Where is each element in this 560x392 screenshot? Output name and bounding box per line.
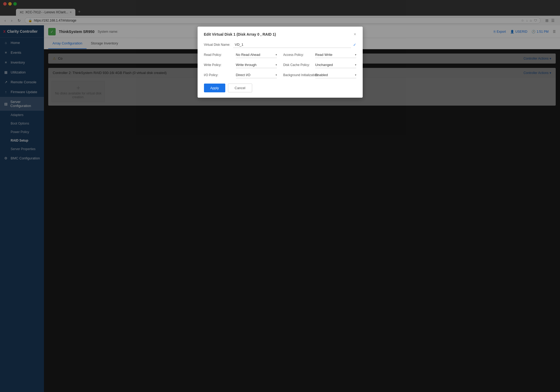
page-body: ⚠ Co Controller Actions ▾ Controller 2: … [44,49,560,392]
access-policy-label: Access Policy: [283,53,313,57]
access-policy-select[interactable]: Read Write ▾ [315,52,356,58]
access-policy-row: Access Policy: Read Write ▾ [283,52,356,58]
background-init-label: Background Initialization: [283,73,313,77]
virtual-disk-name-row: Virtual Disk Name: ✓ [204,42,356,48]
virtual-disk-name-input[interactable] [233,42,351,48]
modal-actions: Apply Cancel [204,84,356,92]
main-content: ✓ ThinkSystem SR950 System name: ⎘ Expor… [44,25,560,392]
disk-cache-policy-value: Unchanged [315,63,333,67]
disk-cache-policy-row: Disk Cache Policy: Unchanged ▾ [283,62,356,68]
write-policy-row: Write Policy: Write through ▾ [204,62,277,68]
cancel-button[interactable]: Cancel [228,84,252,92]
background-init-select[interactable]: Enabled ▾ [315,72,356,78]
read-policy-dropdown-icon: ▾ [276,53,277,56]
access-policy-dropdown-icon: ▾ [355,53,356,56]
background-init-row: Background Initialization: Enabled ▾ [283,72,356,78]
write-policy-select[interactable]: Write through ▾ [236,62,277,68]
io-policy-row: I/O Policy: Direct I/O ▾ [204,72,277,78]
modal-title: Edit Virtual Disk 1 (Disk Array 0 , RAID… [204,32,354,36]
read-policy-label: Read Policy: [204,53,233,57]
modal-form: Read Policy: No Read Ahead ▾ Write Polic… [204,52,356,78]
virtual-disk-name-label: Virtual Disk Name: [204,43,233,47]
disk-cache-policy-dropdown-icon: ▾ [355,63,356,66]
disk-cache-policy-label: Disk Cache Policy: [283,63,313,67]
read-policy-value: No Read Ahead [236,53,260,57]
modal-overlay: Edit Virtual Disk 1 (Disk Array 0 , RAID… [44,25,560,392]
write-policy-label: Write Policy: [204,63,233,67]
io-policy-dropdown-icon: ▾ [276,73,277,76]
background-init-dropdown-icon: ▾ [355,73,356,76]
edit-virtual-disk-modal: Edit Virtual Disk 1 (Disk Array 0 , RAID… [198,27,363,98]
write-policy-dropdown-icon: ▾ [276,63,277,66]
access-policy-value: Read Write [315,53,333,57]
modal-header: Edit Virtual Disk 1 (Disk Array 0 , RAID… [204,32,356,37]
modal-left-column: Read Policy: No Read Ahead ▾ Write Polic… [204,52,277,78]
read-policy-select[interactable]: No Read Ahead ▾ [236,52,277,58]
modal-right-column: Access Policy: Read Write ▾ Disk Cache P… [283,52,356,78]
apply-button[interactable]: Apply [204,84,226,92]
read-policy-row: Read Policy: No Read Ahead ▾ [204,52,277,58]
io-policy-select[interactable]: Direct I/O ▾ [236,72,277,78]
io-policy-value: Direct I/O [236,73,251,77]
background-init-value: Enabled [315,73,328,77]
io-policy-label: I/O Policy: [204,73,233,77]
write-policy-value: Write through [236,63,257,67]
check-icon: ✓ [353,43,356,47]
modal-close-button[interactable]: × [354,32,356,37]
disk-cache-policy-select[interactable]: Unchanged ▾ [315,62,356,68]
